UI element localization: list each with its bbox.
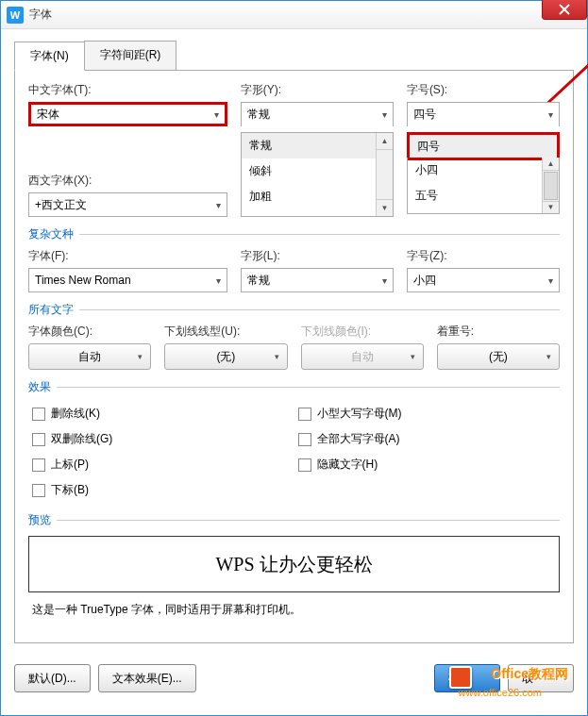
complex-size-label: 字号(Z): <box>407 248 560 264</box>
list-item[interactable]: 倾斜 <box>242 158 376 184</box>
checkbox-icon <box>32 433 45 446</box>
tab-font[interactable]: 字体(N) <box>14 42 85 71</box>
super-checkbox[interactable]: 上标(P) <box>28 452 294 477</box>
complex-group-label: 复杂文种 <box>28 226 560 242</box>
close-button[interactable] <box>542 0 587 20</box>
western-font-label: 西文字体(X): <box>28 173 227 189</box>
underline-color-combo: 自动 <box>301 343 424 370</box>
complex-font-combo[interactable]: Times New Roman <box>28 268 227 292</box>
strike-checkbox[interactable]: 删除线(K) <box>28 401 294 426</box>
emphasis-combo[interactable]: (无) <box>437 343 560 370</box>
list-item[interactable]: 小四 <box>408 158 542 183</box>
emphasis-label: 着重号: <box>437 324 560 340</box>
watermark-icon <box>449 666 472 689</box>
chinese-font-combo[interactable]: 宋体 <box>28 102 227 126</box>
hidden-checkbox[interactable]: 隐藏文字(H) <box>294 452 561 477</box>
alltext-group-label: 所有文字 <box>28 302 560 318</box>
list-item[interactable]: 五号 <box>408 183 542 208</box>
watermark-url: www.office26.com <box>459 687 542 698</box>
default-button[interactable]: 默认(D)... <box>14 664 91 692</box>
watermark-brand: Office教程网 <box>491 666 568 683</box>
size-label: 字号(S): <box>407 82 560 98</box>
size-listbox[interactable]: 小四 五号 ▲ ▼ <box>407 158 560 214</box>
western-font-value: +西文正文 <box>35 197 87 213</box>
window-title: 字体 <box>29 7 52 23</box>
checkbox-icon <box>32 484 45 497</box>
checkbox-icon <box>298 458 311 472</box>
tab-spacing[interactable]: 字符间距(R) <box>84 41 177 70</box>
scroll-down-icon[interactable]: ▼ <box>543 201 559 214</box>
checkbox-icon <box>298 433 311 446</box>
size-value: 四号 <box>413 107 436 123</box>
style-input[interactable]: 常规 <box>241 102 394 126</box>
complex-font-label: 字体(F): <box>28 248 227 264</box>
style-label: 字形(Y): <box>241 82 394 98</box>
scrollbar[interactable]: ▲ ▼ <box>376 133 393 216</box>
preview-group-label: 预览 <box>28 512 560 528</box>
text-effects-button[interactable]: 文本效果(E)... <box>98 664 196 692</box>
scroll-up-icon[interactable]: ▲ <box>377 133 393 150</box>
allcaps-checkbox[interactable]: 全部大写字母(A) <box>294 426 561 452</box>
effects-group-label: 效果 <box>28 379 560 395</box>
list-item[interactable]: 常规 <box>242 133 376 158</box>
preview-box: WPS 让办公更轻松 <box>28 536 560 592</box>
chinese-font-value: 宋体 <box>37 107 59 123</box>
underline-label: 下划线线型(U): <box>164 324 287 340</box>
size-listbox-selected[interactable]: 四号 <box>407 132 560 160</box>
scroll-thumb[interactable] <box>544 172 558 200</box>
scroll-down-icon[interactable]: ▼ <box>377 199 393 216</box>
color-label: 字体颜色(C): <box>28 324 151 340</box>
smallcaps-checkbox[interactable]: 小型大写字母(M) <box>294 401 561 426</box>
chinese-font-label: 中文字体(T): <box>28 82 227 98</box>
size-input[interactable]: 四号 <box>407 102 560 126</box>
color-combo[interactable]: 自动 <box>28 343 151 370</box>
list-item[interactable]: 加粗 <box>242 184 376 209</box>
complex-style-label: 字形(L): <box>241 248 394 264</box>
close-icon <box>559 4 570 15</box>
underline-combo[interactable]: (无) <box>164 343 287 370</box>
list-item[interactable]: 四号 <box>410 135 557 158</box>
western-font-combo[interactable]: +西文正文 <box>28 192 227 217</box>
style-value: 常规 <box>247 107 270 123</box>
sub-checkbox[interactable]: 下标(B) <box>28 477 294 503</box>
style-listbox[interactable]: 常规 倾斜 加粗 ▲ ▼ <box>241 132 394 217</box>
underline-color-label: 下划线颜色(I): <box>301 324 424 340</box>
app-icon: W <box>7 7 24 24</box>
checkbox-icon <box>32 458 45 472</box>
checkbox-icon <box>32 408 45 421</box>
truetype-hint: 这是一种 TrueType 字体，同时适用于屏幕和打印机。 <box>32 602 556 618</box>
complex-size-combo[interactable]: 小四 <box>407 268 560 292</box>
scroll-up-icon[interactable]: ▲ <box>543 158 559 171</box>
complex-style-combo[interactable]: 常规 <box>241 268 394 292</box>
checkbox-icon <box>298 408 311 421</box>
dstrike-checkbox[interactable]: 双删除线(G) <box>28 426 294 452</box>
scrollbar[interactable]: ▲ ▼ <box>542 158 559 213</box>
